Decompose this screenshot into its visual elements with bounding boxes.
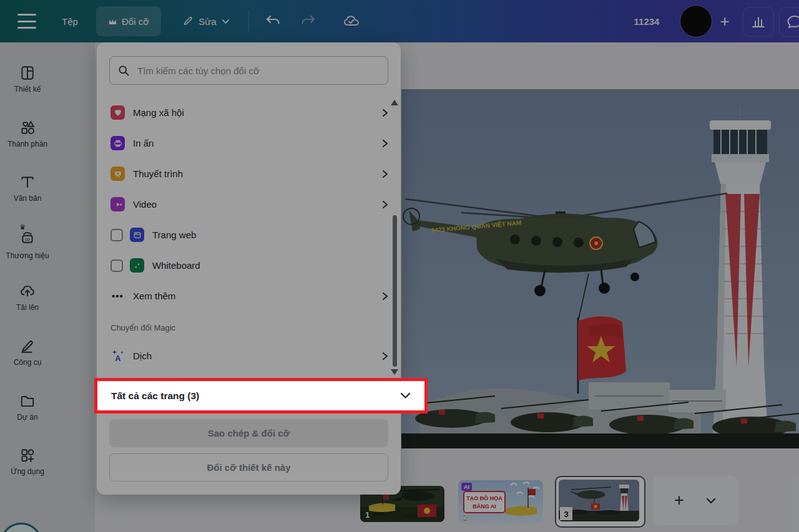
copy-and-resize-button[interactable]: Sao chép & đổi cỡ — [109, 419, 388, 447]
resize-option-see-more[interactable]: ••• Xem thêm — [97, 281, 401, 311]
cloud-save-status-button[interactable] — [336, 6, 366, 36]
pencil-icon — [182, 16, 194, 27]
chevron-right-icon — [381, 170, 390, 178]
scroll-up-arrow[interactable] — [391, 100, 398, 105]
presentation-icon — [110, 167, 125, 181]
design-icon — [19, 65, 36, 81]
social-media-icon — [110, 105, 125, 120]
page-thumbnail-3-selected[interactable]: 3 — [555, 476, 645, 528]
chevron-right-icon — [381, 109, 390, 117]
whiteboard-icon — [130, 258, 144, 273]
chevron-down-icon — [400, 392, 411, 399]
vietnam-flag — [578, 316, 626, 381]
translate-option[interactable]: A Dịch — [97, 341, 401, 371]
video-icon — [110, 197, 125, 211]
comments-button[interactable] — [779, 7, 799, 37]
sidebar-item-apps[interactable]: Ứng dụng — [0, 447, 55, 485]
magic-switch-section-label: Chuyển đổi Magic — [110, 323, 175, 332]
plus-icon: + — [652, 491, 706, 510]
page-thumbnail-2[interactable]: TẠO ĐỒ HỌA BẰNG AI AI 2 — [458, 480, 543, 524]
chevron-right-icon — [381, 200, 390, 209]
resize-search-box[interactable] — [109, 56, 388, 85]
user-avatar[interactable] — [680, 6, 712, 37]
chat-bubble-icon — [787, 14, 799, 29]
analytics-icon — [751, 15, 766, 29]
more-dots-icon: ••• — [110, 291, 125, 301]
svg-text:BẰNG AI: BẰNG AI — [473, 503, 496, 510]
redo-button[interactable] — [293, 6, 323, 36]
document-number: 11234 — [625, 0, 668, 42]
helicopter-photo: 8423 KHÔNG QUÂN VIỆT NAM — [401, 89, 799, 448]
svg-text:co: co — [25, 236, 30, 242]
crown-icon — [108, 17, 117, 26]
top-toolbar: Tệp Đổi cỡ Sửa — [0, 0, 799, 42]
apps-icon — [19, 447, 36, 463]
resize-option-print[interactable]: In ấn — [97, 128, 401, 158]
sidebar-item-design[interactable]: Thiết kế — [0, 65, 55, 102]
chevron-down-icon[interactable] — [706, 498, 716, 504]
page-number-label: 2 — [463, 512, 468, 521]
sidebar-item-tools[interactable]: Công cụ — [0, 338, 55, 375]
design-canvas-page[interactable]: 8423 KHÔNG QUÂN VIỆT NAM — [401, 89, 799, 448]
crown-icon: ♛ — [19, 223, 26, 231]
resize-option-social-media[interactable]: Mạng xã hội — [97, 97, 401, 128]
resize-menu-button[interactable]: Đổi cỡ — [96, 6, 161, 36]
cloud-check-icon — [343, 14, 360, 29]
resize-options-list: Mạng xã hội In ấn Thuyết trình — [97, 97, 401, 311]
page-number-label: 1 — [365, 510, 370, 520]
sidebar-item-text[interactable]: Văn bản — [0, 174, 55, 211]
svg-text:AI: AI — [464, 484, 469, 490]
chevron-right-icon — [381, 139, 390, 148]
redo-icon — [300, 14, 316, 29]
undo-button[interactable] — [258, 6, 288, 36]
resize-option-video[interactable]: Video — [97, 189, 401, 220]
edit-menu-button[interactable]: Sửa — [170, 6, 242, 36]
chevron-right-icon — [381, 352, 390, 360]
resize-option-website[interactable]: Trang web — [97, 220, 401, 250]
insights-button[interactable] — [743, 7, 774, 37]
main-menu-icon[interactable] — [17, 14, 36, 29]
print-icon — [110, 136, 125, 150]
undo-icon — [265, 14, 281, 29]
chevron-down-icon — [222, 19, 230, 24]
text-icon — [19, 174, 36, 190]
svg-text:TẠO ĐỒ HỌA: TẠO ĐỒ HỌA — [466, 495, 502, 501]
website-icon — [130, 228, 144, 242]
whiteboard-checkbox[interactable] — [110, 259, 123, 272]
add-page-button[interactable]: + — [652, 476, 738, 525]
scrollbar-thumb[interactable] — [393, 215, 397, 367]
sidebar-item-elements[interactable]: Thành phần — [0, 120, 55, 157]
toolbar-divider — [248, 10, 249, 32]
resize-this-design-button[interactable]: Đổi cỡ thiết kế này — [109, 453, 388, 481]
upload-icon — [19, 283, 36, 299]
sidebar-rail: Thiết kế Thành phần Văn bản co — [0, 42, 95, 532]
add-member-button[interactable]: + — [714, 7, 735, 35]
tools-icon — [19, 338, 36, 354]
website-checkbox[interactable] — [110, 229, 123, 241]
all-pages-dropdown[interactable]: Tất cả các trang (3) — [94, 378, 428, 414]
svg-text:3: 3 — [564, 510, 568, 519]
canva-editor: 8423 KHÔNG QUÂN VIỆT NAM — [0, 0, 799, 532]
sidebar-item-projects[interactable]: Dự án — [0, 393, 55, 430]
resize-option-whiteboard[interactable]: Whiteboard — [97, 250, 401, 281]
translate-icon: A — [110, 349, 125, 363]
sidebar-item-uploads[interactable]: Tải lên — [0, 283, 55, 321]
all-pages-label: Tất cả các trang (3) — [111, 390, 400, 402]
elements-icon — [19, 120, 36, 136]
svg-text:A: A — [115, 354, 120, 363]
scroll-down-arrow[interactable] — [391, 369, 398, 375]
search-input[interactable] — [136, 65, 380, 77]
projects-icon — [19, 393, 36, 409]
search-icon — [117, 64, 130, 77]
sidebar-item-brand[interactable]: co ♛ Thương hiệu — [0, 229, 55, 266]
chevron-right-icon — [381, 292, 390, 301]
resize-flyout-panel: Mạng xã hội In ấn Thuyết trình — [97, 42, 401, 495]
plus-icon: + — [720, 12, 729, 31]
resize-option-presentation[interactable]: Thuyết trình — [97, 158, 401, 189]
file-menu-button[interactable]: Tệp — [52, 6, 87, 36]
